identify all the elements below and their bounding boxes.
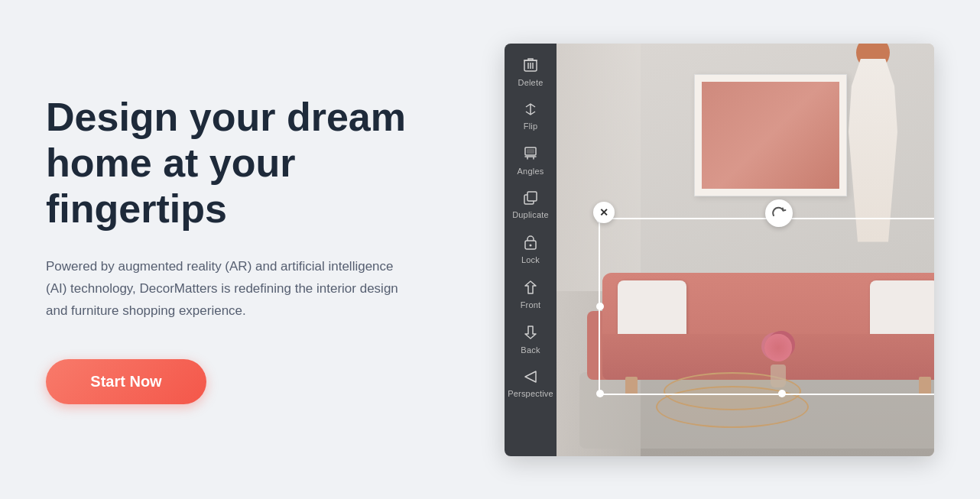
- duplicate-label: Duplicate: [512, 210, 549, 219]
- flowers-vase: [763, 334, 793, 387]
- left-panel: Design your dream home at your fingertip…: [46, 95, 474, 404]
- close-button[interactable]: ✕: [593, 202, 615, 223]
- person-body: [842, 59, 904, 242]
- lock-icon: [524, 235, 537, 252]
- svg-point-10: [530, 244, 532, 246]
- room-background: ✕: [557, 44, 934, 456]
- angles-icon: [524, 146, 537, 164]
- toolbar-flip[interactable]: Flip: [508, 95, 553, 137]
- svg-rect-6: [527, 149, 534, 154]
- duplicate-icon: [524, 191, 537, 207]
- pillow-right: [870, 280, 934, 342]
- toolbar-delete[interactable]: Delete: [508, 50, 553, 93]
- page-wrapper: Design your dream home at your fingertip…: [0, 0, 980, 499]
- flip-icon: [524, 102, 537, 118]
- toolbar-angles[interactable]: Angles: [508, 138, 553, 182]
- front-icon: [524, 280, 537, 297]
- wall-art: [694, 74, 847, 196]
- vase: [771, 365, 786, 387]
- delete-icon: [524, 57, 537, 75]
- rotate-handle[interactable]: [765, 199, 793, 227]
- sofa-leg-1: [625, 377, 638, 395]
- svg-rect-8: [527, 192, 537, 201]
- back-icon: [524, 325, 537, 342]
- description: Powered by augmented reality (AR) and ar…: [46, 256, 405, 322]
- wall-art-painting: [702, 82, 839, 189]
- toolbar-front[interactable]: Front: [508, 272, 553, 316]
- rotate-icon: [771, 206, 787, 221]
- flower-blooms: [764, 334, 792, 361]
- back-label: Back: [521, 345, 540, 355]
- lock-label: Lock: [521, 255, 540, 264]
- front-label: Front: [521, 300, 541, 309]
- person-figure: [842, 59, 904, 242]
- flip-label: Flip: [524, 122, 538, 131]
- toolbar: Delete Flip Angles: [505, 44, 557, 456]
- toolbar-duplicate[interactable]: Duplicate: [508, 183, 553, 225]
- toolbar-perspective[interactable]: Perspective: [508, 362, 553, 404]
- editor-preview: Delete Flip Angles: [505, 44, 934, 456]
- start-now-button[interactable]: Start Now: [46, 359, 206, 404]
- toolbar-lock[interactable]: Lock: [508, 227, 553, 271]
- sofa-leg-2: [919, 377, 931, 395]
- perspective-icon: [524, 370, 537, 386]
- svg-marker-11: [525, 371, 536, 382]
- delete-label: Delete: [518, 78, 544, 87]
- toolbar-back[interactable]: Back: [508, 317, 553, 361]
- angles-label: Angles: [518, 167, 544, 176]
- pillow-left: [618, 280, 686, 342]
- room-view: ✕: [557, 44, 934, 456]
- close-icon: ✕: [599, 206, 608, 219]
- perspective-label: Perspective: [508, 389, 553, 398]
- headline: Design your dream home at your fingertip…: [46, 95, 474, 232]
